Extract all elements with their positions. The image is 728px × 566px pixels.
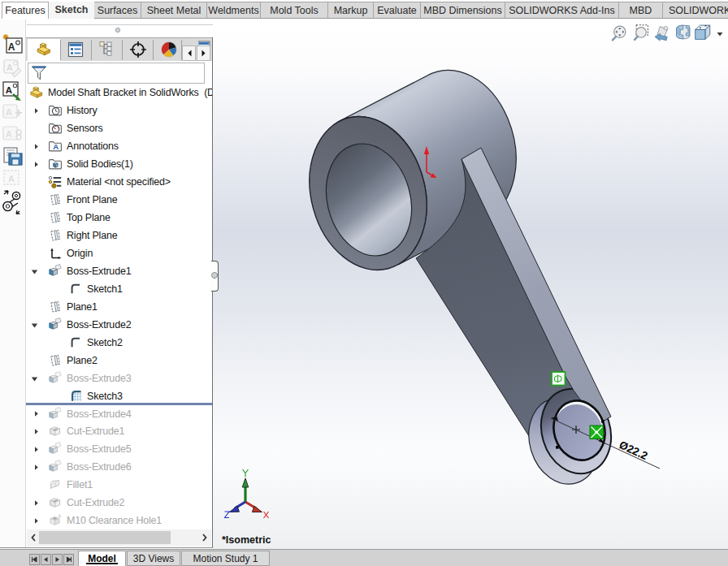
svg-text:A: A xyxy=(8,174,15,184)
svg-text:Ø22.2: Ø22.2 xyxy=(618,439,650,462)
svg-text:A: A xyxy=(6,107,12,117)
svg-text:A: A xyxy=(8,41,15,53)
svg-text:A: A xyxy=(6,63,13,72)
svg-text:A: A xyxy=(6,129,12,139)
svg-text:A: A xyxy=(6,85,12,95)
